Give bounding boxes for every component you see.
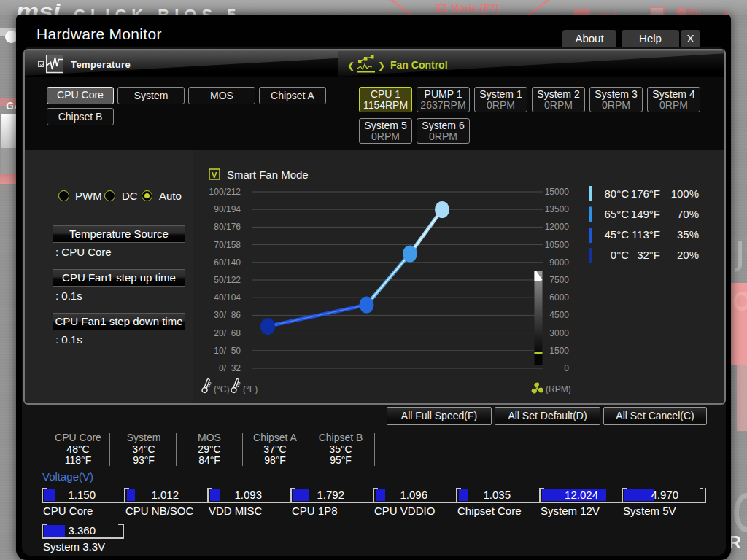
svg-text:35%: 35% [677, 228, 699, 241]
svg-text:30/ 86: 30/ 86 [214, 310, 241, 320]
svg-text:20%: 20% [677, 249, 699, 261]
svg-text:65°C: 65°C [604, 208, 629, 220]
svg-text:7500: 7500 [549, 275, 569, 285]
svg-text:113°F: 113°F [632, 228, 660, 241]
svg-text:V: V [212, 171, 217, 179]
svg-text:Smart Fan Mode: Smart Fan Mode [227, 168, 309, 181]
svg-text:0: 0 [564, 363, 569, 373]
svg-text:80/176: 80/176 [214, 222, 241, 232]
svg-text:0°C: 0°C [611, 249, 629, 261]
svg-text:40/104: 40/104 [214, 292, 241, 303]
svg-text:4500: 4500 [549, 310, 569, 320]
svg-text:50/122: 50/122 [214, 275, 241, 285]
svg-text:3000: 3000 [549, 328, 569, 338]
svg-text:149°F: 149°F [631, 208, 660, 220]
svg-text:20/ 68: 20/ 68 [214, 328, 241, 338]
svg-text:45°C: 45°C [604, 228, 629, 241]
svg-text:80°C: 80°C [604, 187, 629, 200]
svg-text:10500: 10500 [545, 240, 570, 250]
svg-text:32°F: 32°F [637, 249, 660, 261]
svg-text:70%: 70% [677, 208, 699, 220]
svg-text:(°F): (°F) [243, 384, 258, 394]
svg-text:60/140: 60/140 [214, 257, 241, 268]
svg-text:100%: 100% [671, 187, 699, 200]
svg-text:(RPM): (RPM) [546, 384, 571, 394]
svg-text:15000: 15000 [545, 187, 570, 197]
svg-text:70/158: 70/158 [214, 240, 241, 250]
svg-text:1500: 1500 [549, 346, 569, 356]
svg-text:13500: 13500 [545, 204, 570, 214]
svg-text:176°F: 176°F [631, 187, 660, 200]
svg-text:90/194: 90/194 [214, 204, 241, 214]
svg-text:0/ 32: 0/ 32 [219, 363, 241, 373]
svg-text:(°C): (°C) [214, 384, 229, 394]
svg-text:10/ 50: 10/ 50 [214, 346, 241, 356]
svg-text:6000: 6000 [549, 292, 569, 303]
svg-text:100/212: 100/212 [209, 187, 241, 197]
svg-text:12000: 12000 [545, 222, 570, 232]
svg-text:9000: 9000 [549, 257, 569, 268]
